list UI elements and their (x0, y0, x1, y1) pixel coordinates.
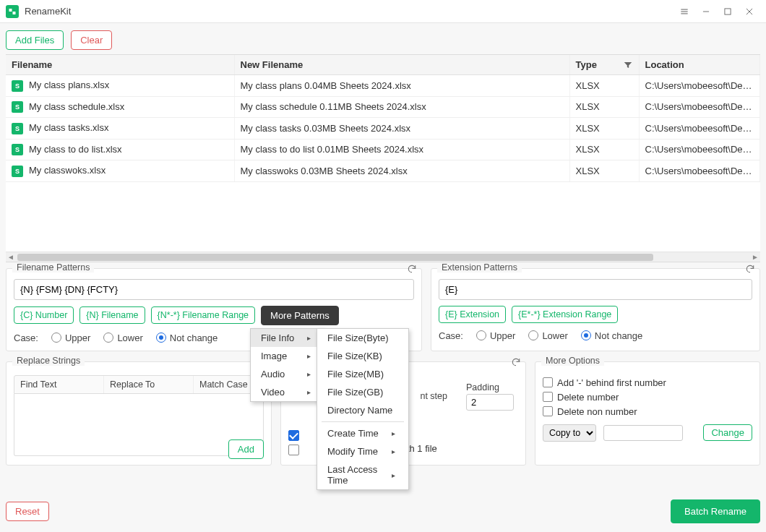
reset-button[interactable]: Reset (6, 502, 49, 521)
cell-filename: My class to do list.xlsx (29, 144, 122, 155)
pill-extension[interactable]: {E} Extension (439, 306, 506, 323)
titlebar: RenameKit (0, 0, 766, 23)
ext-case-notchange-radio[interactable]: Not change (581, 330, 643, 341)
panel-title: Filename Patterns (12, 262, 94, 273)
menu-create-time[interactable]: Create Time▸ (317, 424, 408, 442)
col-replace: Replace To (104, 376, 194, 393)
cell-type: XLSX (569, 96, 639, 118)
padding-input[interactable] (466, 394, 514, 411)
dest-path-input[interactable] (603, 425, 683, 441)
hamburger-menu-icon[interactable] (674, 0, 695, 23)
clear-button[interactable]: Clear (71, 30, 112, 50)
ext-case-upper-radio[interactable]: Upper (476, 330, 515, 341)
more-patterns-button[interactable]: More Patterns (261, 306, 339, 325)
table-row[interactable]: SMy class tasks.xlsxMy class tasks 0.03M… (6, 118, 760, 140)
minimize-button[interactable] (695, 0, 717, 23)
cell-newname: My classwoks 0.03MB Sheets 2024.xlsx (234, 160, 569, 182)
app-icon (6, 5, 19, 18)
cell-location: C:\Users\mobeesoft\Desktop\ (639, 96, 760, 118)
padding-field: Padding (466, 382, 514, 411)
filter-icon[interactable] (623, 60, 633, 72)
pill-extension-range[interactable]: {E*-*} Extension Range (512, 306, 618, 323)
cell-newname: My class tasks 0.03MB Sheets 2024.xlsx (234, 118, 569, 140)
chk-unknown1[interactable] (288, 430, 299, 441)
copy-move-select[interactable]: Copy to (543, 424, 596, 442)
pill-filename-range[interactable]: {N*-*} Filename Range (151, 306, 255, 324)
refresh-icon[interactable] (511, 357, 521, 369)
menu-file-info[interactable]: File Info▸ (251, 329, 324, 347)
menu-size-byte[interactable]: File Size(Byte) (317, 329, 408, 347)
cell-newname: My class to do list 0.01MB Sheets 2024.x… (234, 139, 569, 160)
cell-location: C:\Users\mobeesoft\Desktop\ (639, 75, 760, 97)
menu-last-access-time[interactable]: Last Access Time▸ (317, 460, 408, 489)
table-row[interactable]: SMy class to do list.xlsxMy class to do … (6, 139, 760, 160)
panel-title: More Options (541, 356, 604, 366)
col-find: Find Text (14, 376, 104, 393)
col-location[interactable]: Location (639, 55, 760, 75)
change-button[interactable]: Change (703, 424, 752, 441)
menu-audio[interactable]: Audio▸ (251, 365, 324, 383)
cell-newname: My class schedule 0.11MB Sheets 2024.xls… (234, 96, 569, 118)
pill-number[interactable]: {C} Number (14, 306, 74, 324)
refresh-icon[interactable] (407, 264, 417, 276)
spreadsheet-icon: S (12, 101, 23, 113)
cell-type: XLSX (569, 75, 639, 97)
maximize-button[interactable] (717, 0, 739, 23)
add-replace-button[interactable]: Add (228, 439, 264, 459)
app-title: RenameKit (25, 6, 71, 17)
svg-rect-0 (9, 9, 12, 12)
col-filename[interactable]: Filename (6, 55, 234, 75)
spreadsheet-icon: S (12, 144, 23, 155)
filename-pattern-input[interactable] (14, 279, 414, 300)
replace-list[interactable] (14, 394, 264, 456)
spreadsheet-icon: S (12, 166, 23, 177)
table-row[interactable]: SMy classwoks.xlsxMy classwoks 0.03MB Sh… (6, 160, 760, 182)
chk-dash[interactable] (543, 377, 553, 387)
file-info-submenu[interactable]: File Size(Byte) File Size(KB) File Size(… (317, 328, 409, 490)
close-button[interactable] (739, 0, 760, 23)
scroll-right-arrow[interactable]: ► (750, 252, 760, 262)
panel-title: Extension Patterns (437, 262, 522, 273)
toolbar: Add Files Clear (0, 23, 766, 54)
menu-modify-time[interactable]: Modify Time▸ (317, 442, 408, 460)
menu-size-mb[interactable]: File Size(MB) (317, 365, 408, 383)
more-patterns-menu[interactable]: File Info▸ Image▸ Audio▸ Video▸ (250, 328, 324, 402)
case-notchange-radio[interactable]: Not change (156, 332, 218, 343)
table-header-row: Filename New Filename Type Location (6, 55, 760, 75)
svg-rect-6 (725, 8, 731, 14)
col-newname[interactable]: New Filename (234, 55, 569, 75)
cell-filename: My class tasks.xlsx (29, 122, 109, 133)
horizontal-scrollbar[interactable]: ◄ ► (6, 252, 760, 262)
table-row[interactable]: SMy class plans.xlsxMy class plans 0.04M… (6, 75, 760, 97)
pill-filename[interactable]: {N} Filename (79, 306, 145, 324)
col-type[interactable]: Type (569, 55, 639, 75)
scroll-thumb[interactable] (17, 254, 653, 261)
chk-delete-number[interactable] (543, 392, 553, 402)
menu-size-gb[interactable]: File Size(GB) (317, 383, 408, 401)
cell-filename: My class plans.xlsx (29, 80, 109, 90)
case-upper-radio[interactable]: Upper (51, 332, 90, 343)
menu-image[interactable]: Image▸ (251, 347, 324, 365)
bottom-bar: Reset Batch Rename (6, 499, 760, 523)
extension-pattern-input[interactable] (439, 279, 752, 300)
refresh-icon[interactable] (745, 264, 755, 276)
file-table: Filename New Filename Type Location SMy … (6, 54, 760, 262)
increment-step-field: nt step (420, 391, 447, 401)
case-lower-radio[interactable]: Lower (103, 332, 142, 343)
ext-case-lower-radio[interactable]: Lower (528, 330, 567, 341)
chk-restart[interactable] (288, 445, 299, 455)
batch-rename-button[interactable]: Batch Rename (671, 499, 760, 523)
menu-directory-name[interactable]: Directory Name (317, 401, 408, 419)
cell-type: XLSX (569, 160, 639, 182)
restart-label: ith 1 file (405, 443, 437, 454)
case-label: Case: (14, 332, 38, 343)
menu-video[interactable]: Video▸ (251, 383, 324, 401)
add-files-button[interactable]: Add Files (6, 30, 64, 50)
cell-type: XLSX (569, 139, 639, 160)
table-row[interactable]: SMy class schedule.xlsxMy class schedule… (6, 96, 760, 118)
scroll-left-arrow[interactable]: ◄ (6, 252, 16, 262)
spreadsheet-icon: S (12, 123, 23, 134)
chk-delete-non-number[interactable] (543, 406, 553, 416)
cell-filename: My classwoks.xlsx (29, 165, 106, 176)
menu-size-kb[interactable]: File Size(KB) (317, 347, 408, 365)
